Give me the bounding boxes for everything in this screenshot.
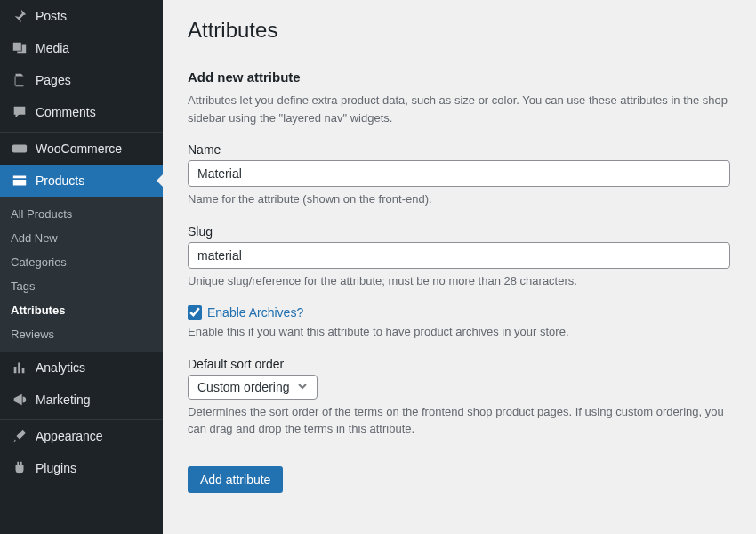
enable-archives-row[interactable]: Enable Archives?	[188, 305, 731, 320]
pages-icon	[11, 71, 28, 89]
megaphone-icon	[11, 391, 28, 409]
media-icon	[11, 39, 28, 57]
plugin-icon	[11, 459, 28, 477]
name-label: Name	[188, 142, 731, 157]
admin-sidebar: Posts Media Pages Comments WooCommerce P…	[0, 0, 163, 534]
sidebar-item-woocommerce[interactable]: WooCommerce	[0, 133, 163, 165]
content-area: Attributes Add new attribute Attributes …	[163, 0, 756, 534]
brush-icon	[11, 427, 28, 445]
sidebar-item-marketing[interactable]: Marketing	[0, 384, 163, 416]
slug-input[interactable]	[188, 242, 730, 269]
field-name: Name Name for the attribute (shown on th…	[188, 142, 731, 208]
sidebar-item-label: Analytics	[36, 360, 85, 375]
enable-archives-label: Enable Archives?	[207, 305, 303, 320]
name-input[interactable]	[188, 160, 730, 187]
field-sort-order: Default sort order Custom ordering Deter…	[188, 357, 731, 438]
sidebar-item-appearance[interactable]: Appearance	[0, 420, 163, 452]
sidebar-item-pages[interactable]: Pages	[0, 64, 163, 96]
sidebar-item-label: Posts	[36, 9, 67, 23]
sidebar-item-label: Comments	[36, 105, 96, 119]
sidebar-item-posts[interactable]: Posts	[0, 0, 163, 32]
sort-label: Default sort order	[188, 357, 731, 371]
sidebar-item-label: Plugins	[36, 461, 76, 475]
submenu-reviews[interactable]: Reviews	[0, 322, 163, 346]
field-slug: Slug Unique slug/reference for the attri…	[188, 224, 731, 290]
enable-archives-help: Enable this if you want this attribute t…	[188, 323, 731, 341]
woocommerce-icon	[11, 140, 28, 158]
sidebar-item-comments[interactable]: Comments	[0, 96, 163, 128]
sidebar-item-products[interactable]: Products	[0, 165, 163, 197]
comment-icon	[11, 103, 28, 121]
pin-icon	[11, 7, 28, 25]
sidebar-item-label: Appearance	[36, 429, 103, 443]
sidebar-item-label: Pages	[36, 73, 71, 87]
sidebar-item-media[interactable]: Media	[0, 32, 163, 64]
analytics-icon	[11, 359, 28, 376]
sort-order-value: Custom ordering	[197, 380, 290, 394]
submenu-categories[interactable]: Categories	[0, 250, 163, 274]
slug-help: Unique slug/reference for the attribute;…	[188, 272, 731, 290]
section-title: Add new attribute	[188, 69, 731, 85]
sidebar-item-label: Marketing	[36, 392, 90, 407]
page-title: Attributes	[188, 18, 731, 43]
intro-text: Attributes let you define extra product …	[188, 92, 731, 126]
sidebar-item-label: Media	[36, 41, 69, 55]
products-submenu: All Products Add New Categories Tags Att…	[0, 197, 163, 352]
sidebar-item-label: Products	[36, 174, 84, 188]
submenu-add-new[interactable]: Add New	[0, 226, 163, 250]
sidebar-item-label: WooCommerce	[36, 142, 122, 156]
field-enable-archives: Enable Archives? Enable this if you want…	[188, 305, 731, 341]
svg-rect-0	[12, 145, 27, 153]
sort-order-select[interactable]: Custom ordering	[188, 375, 318, 400]
chevron-down-icon	[297, 380, 308, 394]
products-icon	[11, 172, 28, 190]
slug-label: Slug	[188, 224, 731, 239]
submenu-tags[interactable]: Tags	[0, 274, 163, 298]
sort-help: Determines the sort order of the terms o…	[188, 403, 731, 438]
sidebar-item-analytics[interactable]: Analytics	[0, 352, 163, 384]
enable-archives-checkbox[interactable]	[188, 305, 202, 320]
submenu-all-products[interactable]: All Products	[0, 202, 163, 226]
add-attribute-button[interactable]: Add attribute	[188, 466, 283, 493]
submenu-attributes[interactable]: Attributes	[0, 298, 163, 322]
sidebar-item-plugins[interactable]: Plugins	[0, 452, 163, 484]
name-help: Name for the attribute (shown on the fro…	[188, 190, 731, 208]
